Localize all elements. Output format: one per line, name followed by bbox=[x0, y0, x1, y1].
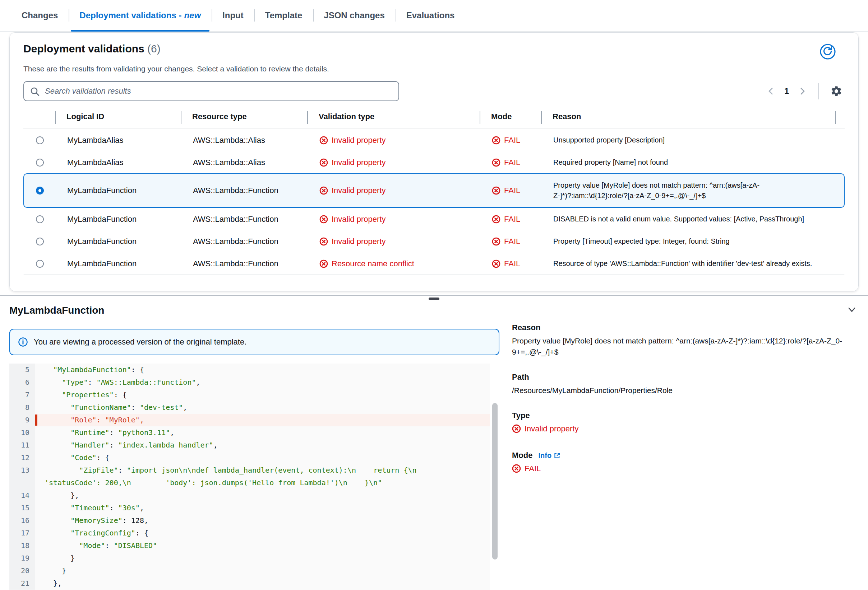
panel-title: Deployment validations (6) bbox=[24, 43, 819, 55]
validation-type-status: Resource name conflict bbox=[319, 259, 480, 268]
table-row[interactable]: MyLambdaFunctionAWS::Lambda::FunctionInv… bbox=[24, 173, 844, 208]
logical-id-cell: MyLambdaAlias bbox=[56, 136, 182, 145]
error-icon bbox=[492, 237, 500, 246]
code-line: 11 "Handler": "index.lambda_handler", bbox=[9, 439, 499, 452]
current-page-number: 1 bbox=[784, 87, 789, 96]
line-number: 21 bbox=[9, 577, 35, 590]
editor-scrollbar-track bbox=[490, 363, 499, 590]
tab-changes[interactable]: Changes bbox=[11, 0, 69, 31]
row-radio-button[interactable] bbox=[36, 136, 44, 144]
mode-status: FAIL bbox=[492, 186, 542, 195]
chevron-right-icon bbox=[797, 87, 807, 96]
column-header-reason: Reason bbox=[541, 110, 844, 128]
reason-cell: Resource of type 'AWS::Lambda::Function'… bbox=[542, 258, 844, 269]
line-number: 7 bbox=[9, 388, 35, 401]
line-number: 14 bbox=[9, 489, 35, 502]
tab-deployment-validations-new[interactable]: Deployment validations - new bbox=[69, 0, 212, 31]
panel-description: These are the results from validating yo… bbox=[24, 65, 844, 73]
reason-cell: Required property [Name] not found bbox=[542, 157, 844, 168]
line-number: 11 bbox=[9, 439, 35, 452]
chevron-left-icon bbox=[766, 87, 776, 96]
row-radio-button[interactable] bbox=[36, 238, 44, 246]
table-row[interactable]: MyLambdaFunctionAWS::Lambda::FunctionInv… bbox=[24, 230, 844, 252]
logical-id-cell: MyLambdaFunction bbox=[56, 237, 182, 246]
row-radio-button[interactable] bbox=[36, 260, 44, 268]
tab-json-changes[interactable]: JSON changes bbox=[313, 0, 395, 31]
row-radio-button[interactable] bbox=[36, 215, 44, 223]
logical-id-cell: MyLambdaFunction bbox=[56, 215, 182, 224]
code-line: 19 } bbox=[9, 552, 499, 565]
banner-text: You are viewing a processed version of t… bbox=[34, 337, 247, 347]
resource-type-cell: AWS::Lambda::Function bbox=[182, 215, 308, 224]
line-number: 9 bbox=[9, 414, 35, 426]
resource-type-cell: AWS::Lambda::Alias bbox=[182, 158, 308, 167]
error-icon bbox=[319, 186, 328, 195]
line-number: 10 bbox=[9, 426, 35, 439]
error-icon bbox=[492, 186, 500, 195]
refresh-button[interactable] bbox=[819, 43, 836, 61]
table-row[interactable]: MyLambdaAliasAWS::Lambda::AliasInvalid p… bbox=[24, 129, 844, 151]
editor-scrollbar-thumb[interactable] bbox=[492, 403, 497, 559]
row-radio-button[interactable] bbox=[36, 159, 44, 166]
line-number: 17 bbox=[9, 527, 35, 539]
code-line: 17 "TracingConfig": { bbox=[9, 527, 499, 539]
search-box bbox=[24, 81, 399, 101]
logical-id-cell: MyLambdaAlias bbox=[56, 158, 182, 167]
code-line-error: 9 "Role": "MyRole", bbox=[9, 414, 499, 426]
line-number: 18 bbox=[9, 539, 35, 552]
collapse-panel-button[interactable] bbox=[846, 305, 857, 316]
mode-status: FAIL bbox=[492, 158, 542, 167]
logical-id-cell: MyLambdaFunction bbox=[56, 259, 182, 268]
split-panel-divider bbox=[0, 295, 868, 296]
processed-template-info-banner: You are viewing a processed version of t… bbox=[9, 329, 499, 355]
line-number: 19 bbox=[9, 552, 35, 565]
error-icon bbox=[492, 136, 500, 145]
column-header-logical-id: Logical ID bbox=[55, 110, 181, 128]
column-header-mode: Mode bbox=[480, 110, 541, 128]
logical-id-cell: MyLambdaFunction bbox=[56, 186, 182, 195]
code-line: 15 "Timeout": "30s", bbox=[9, 502, 499, 514]
search-input[interactable] bbox=[24, 81, 399, 101]
validation-type-status: Invalid property bbox=[319, 158, 480, 167]
line-number: 8 bbox=[9, 401, 35, 414]
refresh-icon bbox=[819, 43, 836, 60]
tab-input[interactable]: Input bbox=[212, 0, 254, 31]
path-value: /Resources/MyLambdaFunction/Properties/R… bbox=[512, 385, 857, 396]
mode-info-link[interactable]: Info bbox=[538, 452, 561, 460]
line-number: 16 bbox=[9, 514, 35, 527]
table-header: Logical IDResource typeValidation typeMo… bbox=[24, 110, 844, 129]
chevron-down-icon bbox=[846, 305, 857, 315]
previous-page-button[interactable] bbox=[766, 87, 776, 96]
next-page-button[interactable] bbox=[797, 87, 807, 96]
code-line: 5 "MyLambdaFunction": { bbox=[9, 363, 499, 376]
preferences-button[interactable] bbox=[830, 85, 843, 97]
error-icon bbox=[492, 215, 500, 224]
path-label: Path bbox=[512, 372, 857, 382]
table-row[interactable]: MyLambdaAliasAWS::Lambda::AliasInvalid p… bbox=[24, 151, 844, 173]
split-panel-drag-handle[interactable] bbox=[429, 297, 439, 300]
template-code-editor[interactable]: 5 "MyLambdaFunction": {6 "Type": "AWS::L… bbox=[9, 363, 499, 590]
code-line: 20 } bbox=[9, 565, 499, 577]
column-header-resource-type: Resource type bbox=[181, 110, 307, 128]
code-line: 21 }, bbox=[9, 577, 499, 590]
code-line: 14 }, bbox=[9, 489, 499, 502]
resource-type-cell: AWS::Lambda::Function bbox=[182, 259, 308, 268]
code-line: 16 "MemorySize": 128, bbox=[9, 514, 499, 527]
resource-type-cell: AWS::Lambda::Alias bbox=[182, 136, 308, 145]
line-number bbox=[9, 477, 35, 489]
tab-evaluations[interactable]: Evaluations bbox=[396, 0, 466, 31]
tab-template[interactable]: Template bbox=[254, 0, 313, 31]
resource-type-cell: AWS::Lambda::Function bbox=[182, 237, 308, 246]
reason-label: Reason bbox=[512, 323, 857, 333]
line-number: 13 bbox=[9, 464, 35, 477]
code-line: 12 "Code": { bbox=[9, 452, 499, 464]
table-row[interactable]: MyLambdaFunctionAWS::Lambda::FunctionInv… bbox=[24, 208, 844, 230]
mode-status: FAIL bbox=[492, 237, 542, 246]
pagination-divider bbox=[818, 83, 819, 99]
line-number: 15 bbox=[9, 502, 35, 514]
row-radio-button[interactable] bbox=[36, 187, 44, 194]
info-icon bbox=[18, 337, 28, 347]
table-row[interactable]: MyLambdaFunctionAWS::Lambda::FunctionRes… bbox=[24, 252, 844, 275]
line-number: 12 bbox=[9, 452, 35, 464]
column-header-validation-type: Validation type bbox=[307, 110, 480, 128]
